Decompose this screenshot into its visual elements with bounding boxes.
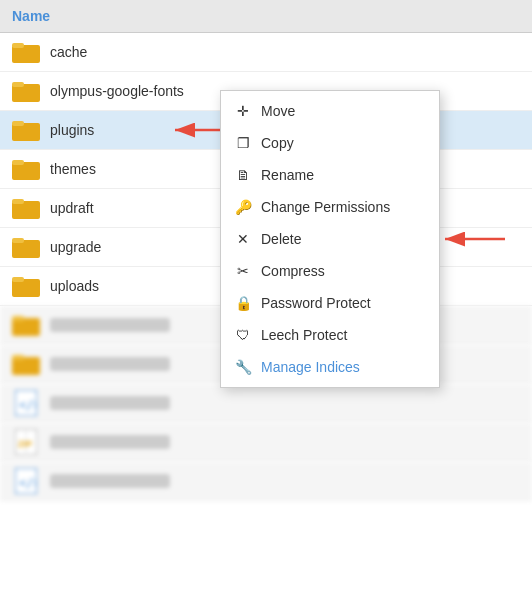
permissions-icon: 🔑: [235, 199, 251, 215]
menu-item-move[interactable]: ✛ Move: [221, 95, 439, 127]
blurred-name: [50, 435, 170, 449]
folder-icon: [12, 118, 40, 142]
file-name: plugins: [50, 122, 94, 138]
folder-icon: [12, 79, 40, 103]
move-icon: ✛: [235, 103, 251, 119]
delete-arrow: [437, 228, 507, 250]
blurred-name: [50, 474, 170, 488]
file-row-blurred[interactable]: ZIP: [0, 423, 532, 462]
menu-label-permissions: Change Permissions: [261, 199, 390, 215]
file-name: upgrade: [50, 239, 101, 255]
menu-item-change-permissions[interactable]: 🔑 Change Permissions: [221, 191, 439, 223]
copy-icon: ❐: [235, 135, 251, 151]
leech-icon: 🛡: [235, 327, 251, 343]
svg-rect-13: [12, 238, 24, 243]
folder-icon: [12, 40, 40, 64]
file-name: cache: [50, 44, 87, 60]
menu-label-move: Move: [261, 103, 295, 119]
svg-rect-17: [12, 316, 24, 321]
svg-rect-19: [12, 355, 24, 360]
menu-item-manage-indices[interactable]: 🔧 Manage Indices: [221, 351, 439, 383]
file-name: updraft: [50, 200, 94, 216]
menu-label-leech: Leech Protect: [261, 327, 347, 343]
folder-icon: [12, 274, 40, 298]
menu-item-password-protect[interactable]: 🔒 Password Protect: [221, 287, 439, 319]
svg-rect-5: [12, 121, 24, 126]
svg-rect-9: [12, 160, 24, 165]
file-row-blurred[interactable]: </>: [0, 384, 532, 423]
code-file-icon: </>: [12, 391, 40, 415]
code-file-icon: </>: [12, 469, 40, 493]
menu-item-copy[interactable]: ❐ Copy: [221, 127, 439, 159]
folder-icon: [12, 313, 40, 337]
file-name: olympus-google-fonts: [50, 83, 184, 99]
blurred-name: [50, 357, 170, 371]
file-name: uploads: [50, 278, 99, 294]
menu-label-delete: Delete: [261, 231, 301, 247]
rename-icon: 🗎: [235, 167, 251, 183]
name-column-header: Name: [12, 8, 50, 24]
menu-label-copy: Copy: [261, 135, 294, 151]
file-name: themes: [50, 161, 96, 177]
svg-rect-11: [12, 199, 24, 204]
file-row-blurred[interactable]: </>: [0, 462, 532, 501]
blurred-name: [50, 396, 170, 410]
password-icon: 🔒: [235, 295, 251, 311]
zip-file-icon: ZIP: [12, 430, 40, 454]
table-header: Name: [0, 0, 532, 33]
folder-icon: [12, 235, 40, 259]
folder-icon: [12, 352, 40, 376]
svg-rect-1: [12, 43, 24, 48]
menu-item-compress[interactable]: ✂ Compress: [221, 255, 439, 287]
menu-item-rename[interactable]: 🗎 Rename: [221, 159, 439, 191]
svg-text:ZIP: ZIP: [18, 439, 32, 449]
folder-icon: [12, 157, 40, 181]
menu-label-password: Password Protect: [261, 295, 371, 311]
file-manager: Name cache olympus-google-fonts: [0, 0, 532, 597]
delete-icon: ✕: [235, 231, 251, 247]
folder-icon: [12, 196, 40, 220]
manage-icon: 🔧: [235, 359, 251, 375]
menu-label-compress: Compress: [261, 263, 325, 279]
menu-label-manage: Manage Indices: [261, 359, 360, 375]
svg-rect-15: [12, 277, 24, 282]
context-menu: ✛ Move ❐ Copy 🗎 Rename 🔑 Change Permissi…: [220, 90, 440, 388]
menu-item-leech-protect[interactable]: 🛡 Leech Protect: [221, 319, 439, 351]
menu-item-delete[interactable]: ✕ Delete: [221, 223, 439, 255]
file-row[interactable]: cache: [0, 33, 532, 72]
svg-text:</>: </>: [19, 398, 37, 412]
svg-rect-3: [12, 82, 24, 87]
menu-label-rename: Rename: [261, 167, 314, 183]
compress-icon: ✂: [235, 263, 251, 279]
blurred-name: [50, 318, 170, 332]
svg-text:</>: </>: [19, 476, 37, 490]
